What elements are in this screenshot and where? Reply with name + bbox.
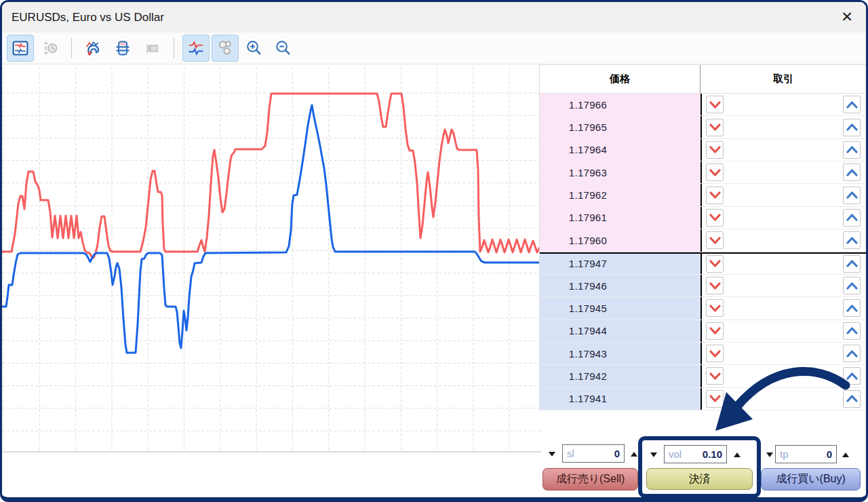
buy-arrow-button[interactable] xyxy=(843,367,861,385)
sl-field[interactable]: sl 0 xyxy=(562,444,625,463)
chevron-down-icon xyxy=(709,190,722,200)
price-cell: 1.17943 xyxy=(540,343,701,364)
chevron-up-icon xyxy=(846,168,859,178)
close-icon[interactable]: ✕ xyxy=(837,7,856,26)
dom-window: EURUSDs, Euro vs US Dollar ✕ xyxy=(0,0,868,502)
zoom-in-button[interactable] xyxy=(241,35,268,62)
chevron-up-icon xyxy=(846,349,859,359)
ladder-rows: 1.179661.179651.179641.179631.179621.179… xyxy=(540,94,866,410)
chevron-up-icon xyxy=(846,326,859,336)
chart-frame-icon xyxy=(12,38,29,58)
chevron-down-icon xyxy=(709,122,722,132)
trade-cell xyxy=(701,275,866,296)
trade-cell xyxy=(701,116,866,138)
sell-arrow-button[interactable] xyxy=(706,209,724,227)
sell-arrow-button[interactable] xyxy=(706,187,724,204)
tick-chart-icon xyxy=(187,38,205,58)
sell-arrow-button[interactable] xyxy=(706,163,724,181)
triangle-down-icon xyxy=(549,452,555,457)
price-column-header: 価格 xyxy=(540,65,701,93)
tp-label: tp xyxy=(780,448,789,460)
tick-chart-button[interactable] xyxy=(182,35,210,62)
close-position-button[interactable]: 決済 xyxy=(646,468,753,490)
ladder-row-ask: 1.17963 xyxy=(540,161,866,184)
buy-arrow-button[interactable] xyxy=(843,163,861,181)
ladder-row-ask: 1.17964 xyxy=(540,139,866,161)
ladder-row-ask: 1.17962 xyxy=(540,184,866,206)
ladder-row-bid: 1.17941 xyxy=(540,388,866,410)
chevron-down-icon xyxy=(709,349,722,359)
price-ladder: 価格 取引 1.179661.179651.179641.179631.1796… xyxy=(539,64,866,410)
sell-arrow-button[interactable] xyxy=(706,299,724,317)
sell-arrow-button[interactable] xyxy=(706,119,724,136)
time-and-sales-icon xyxy=(41,38,58,58)
ladder-row-ask: 1.17961 xyxy=(540,207,866,229)
buy-arrow-button[interactable] xyxy=(843,209,861,227)
market-buy-button[interactable]: 成行買い(Buy) xyxy=(761,468,861,490)
zoom-in-icon xyxy=(245,37,263,59)
tp-value: 0 xyxy=(827,448,832,460)
chevron-down-icon xyxy=(709,371,722,381)
buy-arrow-button[interactable] xyxy=(843,141,861,159)
vol-field[interactable]: vol 0.10 xyxy=(664,445,727,463)
buy-arrow-button[interactable] xyxy=(843,345,861,362)
buy-arrow-button[interactable] xyxy=(843,299,861,317)
sell-arrow-button[interactable] xyxy=(706,141,724,159)
tp-decrease-button[interactable] xyxy=(763,448,776,461)
ladder-row-bid: 1.17947 xyxy=(540,252,866,275)
ladder-header: 価格 取引 xyxy=(540,65,866,94)
buy-arrow-button[interactable] xyxy=(843,277,861,294)
bubbles-icon xyxy=(216,38,234,58)
vol-value: 0.10 xyxy=(703,448,722,460)
buy-arrow-button[interactable] xyxy=(843,119,861,136)
trade-cell xyxy=(701,365,866,387)
chevron-up-icon xyxy=(846,212,859,223)
sell-arrow-button[interactable] xyxy=(706,231,724,249)
price-cell: 1.17945 xyxy=(540,297,701,319)
buy-arrow-button[interactable] xyxy=(843,96,861,113)
zoom-out-button[interactable] xyxy=(270,35,297,62)
sell-arrow-button[interactable] xyxy=(706,255,724,273)
zoom-out-icon xyxy=(275,37,292,59)
sell-arrow-button[interactable] xyxy=(706,277,724,294)
vol-decrease-button[interactable] xyxy=(647,448,660,461)
sl-value: 0 xyxy=(614,448,620,459)
sell-arrow-button[interactable] xyxy=(706,367,724,385)
trade-cell xyxy=(701,161,866,183)
market-sell-button[interactable]: 成行売り(Sell) xyxy=(542,468,638,490)
sell-arrow-button[interactable] xyxy=(706,96,724,113)
sell-arrow-button[interactable] xyxy=(706,390,724,408)
sl-increase-button[interactable] xyxy=(627,447,641,461)
buy-arrow-button[interactable] xyxy=(843,322,861,340)
chevron-up-icon xyxy=(846,235,859,246)
trade-cell xyxy=(701,297,866,319)
buy-arrow-button[interactable] xyxy=(843,255,861,273)
vol-increase-button[interactable] xyxy=(730,448,744,461)
price-cell: 1.17966 xyxy=(540,94,701,115)
magnet-button[interactable] xyxy=(80,35,107,62)
sell-arrow-button[interactable] xyxy=(706,322,724,340)
bubbles-button[interactable] xyxy=(212,35,239,62)
chart-frame-button[interactable] xyxy=(7,35,34,62)
sl-decrease-button[interactable] xyxy=(545,447,559,461)
tp-field[interactable]: tp 0 xyxy=(775,445,837,463)
chevron-down-icon xyxy=(709,144,722,155)
chevron-up-icon xyxy=(846,122,859,132)
sell-arrow-button[interactable] xyxy=(706,345,724,362)
price-cell: 1.17941 xyxy=(540,388,701,410)
chevron-up-icon xyxy=(846,371,859,381)
window-title: EURUSDs, Euro vs US Dollar xyxy=(2,11,164,24)
buy-arrow-button[interactable] xyxy=(843,390,861,408)
triangle-up-icon xyxy=(631,452,637,457)
price-cell: 1.17947 xyxy=(540,254,701,274)
trade-cell xyxy=(701,320,866,342)
chevron-up-icon xyxy=(846,393,859,404)
triangle-down-icon xyxy=(766,452,773,457)
trade-cell xyxy=(701,229,866,251)
buy-arrow-button[interactable] xyxy=(843,231,861,249)
title-bar[interactable]: EURUSDs, Euro vs US Dollar ✕ xyxy=(2,2,866,33)
buy-arrow-button[interactable] xyxy=(843,187,861,204)
depth-cylinder-button[interactable] xyxy=(109,35,136,62)
trade-cell xyxy=(701,388,866,410)
tp-increase-button[interactable] xyxy=(839,448,852,461)
